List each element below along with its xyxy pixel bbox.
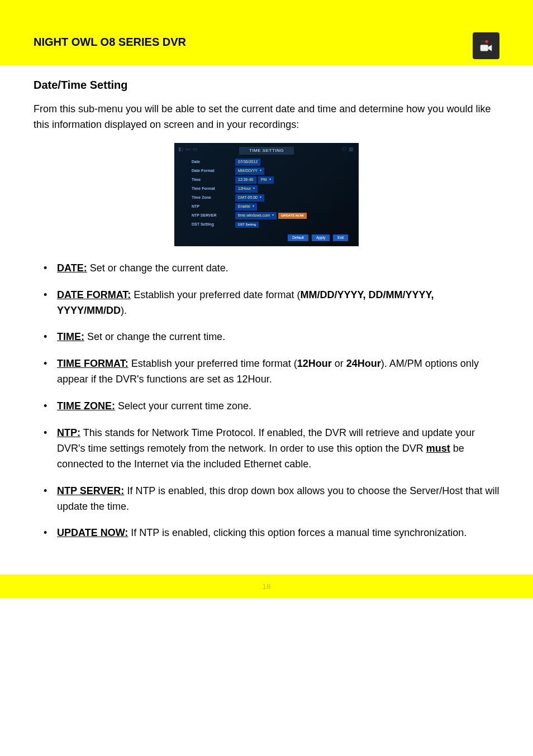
item-highlight: 12Hour xyxy=(297,358,332,369)
item-title: NTP SERVER: xyxy=(57,485,124,496)
ss-timefmt-select[interactable]: 12Hour▾ xyxy=(235,185,258,193)
section-heading: Date/Time Setting xyxy=(34,76,499,94)
item-text: or xyxy=(332,358,346,369)
titlebar-icon: ▦ xyxy=(349,146,354,154)
header-title: NIGHT OWL O8 SERIES DVR xyxy=(34,36,499,49)
list-item-date-format: DATE FORMAT: Establish your preferred da… xyxy=(34,288,499,319)
page-number: 18 xyxy=(263,582,270,591)
item-text: This stands for Network Time Protocol. I… xyxy=(57,427,475,454)
feature-list: DATE: Set or change the current date. DA… xyxy=(34,261,499,542)
ss-row-date: Date 07/30/2012 xyxy=(192,159,347,166)
ss-label: Date xyxy=(192,159,235,165)
item-emphasis: must xyxy=(426,443,450,454)
list-item-update-now: UPDATE NOW: If NTP is enabled, clicking … xyxy=(34,525,499,541)
ss-row-time: Time 12:39:46 PM▾ xyxy=(192,177,347,184)
item-title: DATE: xyxy=(57,262,87,274)
titlebar-icon: ⎔ xyxy=(342,146,346,154)
ss-date-input[interactable]: 07/30/2012 xyxy=(235,159,260,166)
ss-exit-button[interactable]: Exit xyxy=(333,235,348,241)
ss-label: DST Setting xyxy=(192,222,235,228)
item-text: Establish your preferred time format ( xyxy=(129,358,297,369)
ss-label: Date Format xyxy=(192,168,235,174)
ss-time-input[interactable]: 12:39:46 xyxy=(235,176,256,184)
ss-row-datefmt: Date Format MM/DD/YY▾ xyxy=(192,168,347,175)
ss-row-timefmt: Time Format 12Hour▾ xyxy=(192,186,347,193)
item-text: Select your current time zone. xyxy=(115,400,251,412)
item-title: NTP: xyxy=(57,427,80,438)
ss-row-tz: Time Zone GMT-05:00▾ xyxy=(192,195,347,202)
page-content: Date/Time Setting From this sub-menu you… xyxy=(0,65,533,575)
item-text: If NTP is enabled, clicking this option … xyxy=(128,527,467,538)
titlebar-right-icons: ⎔ ▦ xyxy=(342,146,354,154)
list-item-time-zone: TIME ZONE: Select your current time zone… xyxy=(34,399,499,414)
item-text: ). xyxy=(121,305,127,316)
ss-ntpserver-select[interactable]: time.windows.com▾ xyxy=(235,212,277,219)
ss-row-dst: DST Setting DST Setting xyxy=(192,222,347,228)
ss-label: Time xyxy=(192,177,235,183)
intro-paragraph: From this sub-menu you will be able to s… xyxy=(34,102,499,133)
ss-ampm-select[interactable]: PM▾ xyxy=(258,176,274,184)
list-item-date: DATE: Set or change the current date. xyxy=(34,261,499,276)
titlebar-left-icons: ◧ ▭ ▭ xyxy=(178,146,198,154)
time-setting-screenshot: ◧ ▭ ▭ TIME SETTING ⎔ ▦ Date 07/30/2012 D… xyxy=(174,143,359,246)
ss-row-ntp: NTP Enable▾ xyxy=(192,204,347,210)
item-title: TIME FORMAT: xyxy=(57,358,129,369)
list-item-time-format: TIME FORMAT: Establish your preferred ti… xyxy=(34,356,499,387)
screenshot-body: Date 07/30/2012 Date Format MM/DD/YY▾ Ti… xyxy=(192,159,347,231)
item-text: Set or change the current time. xyxy=(84,331,225,342)
ss-datefmt-select[interactable]: MM/DD/YY▾ xyxy=(235,168,264,175)
ss-apply-button[interactable]: Apply xyxy=(312,235,330,241)
ss-tz-select[interactable]: GMT-05:00▾ xyxy=(235,194,264,202)
titlebar-icon: ▭ xyxy=(185,146,191,154)
footer-bar: 18 xyxy=(0,575,533,598)
ss-row-ntpserver: NTP SERVER time.windows.com▾ UPDATE NOW xyxy=(192,213,347,219)
item-highlight: 24Hour xyxy=(346,358,381,369)
item-title: UPDATE NOW: xyxy=(57,527,128,538)
svg-point-1 xyxy=(485,40,488,44)
list-item-time: TIME: Set or change the current time. xyxy=(34,329,499,345)
titlebar-icon: ◧ xyxy=(178,146,183,154)
ss-dst-button[interactable]: DST Setting xyxy=(235,222,259,228)
list-item-ntp: NTP: This stands for Network Time Protoc… xyxy=(34,425,499,472)
svg-rect-2 xyxy=(480,45,488,51)
item-text: Establish your preferred date format ( xyxy=(131,289,300,300)
ss-update-now-button[interactable]: UPDATE NOW xyxy=(278,213,307,219)
screenshot-title: TIME SETTING xyxy=(239,147,294,155)
item-title: DATE FORMAT: xyxy=(57,289,131,300)
camera-record-icon xyxy=(473,32,499,59)
ss-ntp-select[interactable]: Enable▾ xyxy=(235,203,257,210)
titlebar-icon: ▭ xyxy=(193,146,198,154)
ss-default-button[interactable]: Default xyxy=(288,235,308,241)
svg-point-0 xyxy=(481,40,484,44)
item-title: TIME: xyxy=(57,331,84,342)
list-item-ntp-server: NTP SERVER: If NTP is enabled, this drop… xyxy=(34,484,499,515)
ss-label: Time Format xyxy=(192,186,235,192)
ss-label: Time Zone xyxy=(192,195,235,201)
ss-label: NTP SERVER xyxy=(192,213,235,219)
item-title: TIME ZONE: xyxy=(57,400,115,412)
page-header: NIGHT OWL O8 SERIES DVR xyxy=(0,27,533,65)
screenshot-footer: Default Apply Exit xyxy=(288,235,348,241)
top-bar xyxy=(0,0,533,27)
item-text: Set or change the current date. xyxy=(87,262,229,274)
screenshot-container: ◧ ▭ ▭ TIME SETTING ⎔ ▦ Date 07/30/2012 D… xyxy=(34,143,499,246)
ss-label: NTP xyxy=(192,204,235,210)
